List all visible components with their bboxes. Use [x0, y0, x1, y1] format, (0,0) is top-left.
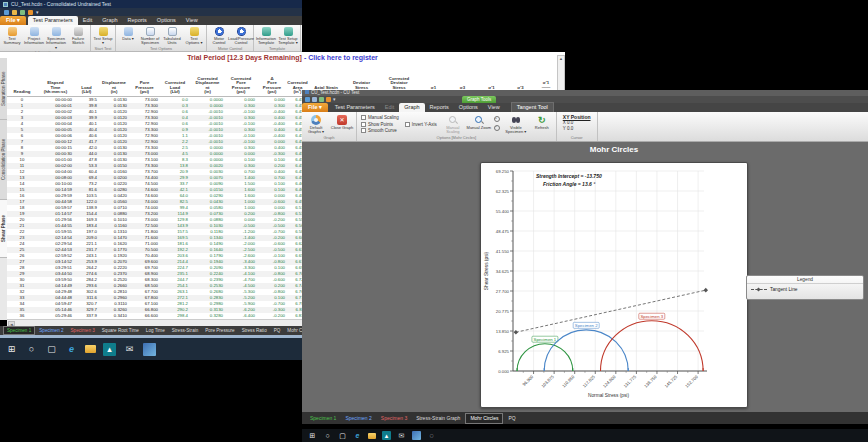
open-icon[interactable]	[12, 10, 17, 15]
window2-title: CU_Test.hcdn - CU Test	[311, 90, 359, 95]
tab-view[interactable]: View	[483, 103, 505, 112]
bottom-tab-specimen-3[interactable]: Specimen 3	[68, 327, 98, 334]
test-options-icon	[190, 27, 199, 36]
project-information-button[interactable]: Project Information	[23, 26, 45, 50]
window1-title: CU_Test.hcdn - Consolidated Undrained Te…	[11, 1, 111, 7]
tab-options[interactable]: Options	[454, 103, 483, 112]
taskbar-task-view-button[interactable]: ▢	[338, 431, 347, 440]
taskbar-start-button[interactable]: ⊞	[308, 431, 317, 440]
checkbox-smooth-curve[interactable]: Smooth Curve	[361, 128, 399, 133]
export-icon[interactable]	[319, 97, 324, 102]
test-summary-button[interactable]: Test Summary	[1, 26, 23, 50]
default-graphs-button[interactable]: Default Graphs ▾	[303, 113, 329, 135]
register-link[interactable]: - Click here to register	[304, 54, 378, 61]
test-setup-template-button[interactable]: Test Setup Template ▾	[277, 26, 299, 46]
bottom-tab-pore-pressure[interactable]: Pore Pressure	[202, 327, 237, 334]
checkbox-label: Show Points	[368, 122, 393, 127]
group-label-options: Options [Mohr Circles]	[358, 135, 555, 141]
failure-sketch-button[interactable]: Failure Sketch	[67, 26, 89, 50]
taskbar-task-view-button[interactable]: ▢	[45, 343, 58, 356]
column-header-corrected-displaceme-nt-in: Corrected Displaceme nt (in)	[190, 64, 225, 96]
qat-dropdown-icon[interactable]: ▾	[333, 97, 336, 102]
star-icon[interactable]	[326, 97, 331, 102]
bottom-tab-pq[interactable]: PQ	[504, 414, 519, 423]
motor-control-button[interactable]: Motor Control	[208, 26, 230, 46]
visible-specimen-button[interactable]: Visible Specimen ▾	[503, 113, 529, 135]
side-tab-consolidation-phase[interactable]: Consolidation Phase	[0, 120, 7, 200]
taskbar-photos-button[interactable]	[412, 431, 421, 440]
bottom-tab-pq[interactable]: PQ	[271, 327, 284, 334]
print-icon[interactable]	[312, 97, 317, 102]
side-tab-shear-phase[interactable]: Shear Phase	[0, 200, 7, 258]
bottom-tab-specimen-2[interactable]: Specimen 2	[341, 414, 375, 423]
tab-edit[interactable]: Edit	[380, 103, 399, 112]
file-button[interactable]: File ▾	[302, 103, 328, 112]
number-of-specimen-button[interactable]: Number of Specimen	[139, 26, 161, 46]
test-setup-button[interactable]: Test Setup ▾	[92, 26, 114, 46]
bottom-tab-specimen-1[interactable]: Specimen 1	[3, 326, 35, 335]
window1-titlebar[interactable]: CU_Test.hcdn - Consolidated Undrained Te…	[0, 0, 302, 8]
legend-box[interactable]: Legend Tangent Line	[746, 275, 864, 300]
quick-access-toolbar: ▾	[0, 8, 302, 16]
tab-graph[interactable]: Graph	[399, 103, 424, 112]
taskbar-store-button[interactable]: ▴	[103, 343, 116, 356]
tab-options[interactable]: Options	[152, 16, 181, 25]
bottom-tab-specimen-2[interactable]: Specimen 2	[36, 327, 66, 334]
horizontal-scrollbar[interactable]: ◄	[7, 319, 302, 326]
checkbox-manual-scaling[interactable]: Manual Scaling	[361, 115, 399, 120]
taskbar-photos-button[interactable]	[143, 343, 156, 356]
bottom-tab-specimen-1[interactable]: Specimen 1	[306, 414, 340, 423]
star-icon[interactable]	[28, 10, 33, 15]
taskbar-file-explorer-button[interactable]	[85, 345, 96, 353]
side-tab-saturation-phase[interactable]: Saturation Phase	[0, 58, 7, 120]
data-button[interactable]: Data ▾	[117, 26, 139, 46]
bottom-tab-log-time[interactable]: Log Time	[143, 327, 168, 334]
taskbar-edge-button[interactable]: e	[65, 343, 78, 356]
refresh-button[interactable]: ↻Refresh	[529, 113, 555, 135]
zoom-in-icon[interactable]	[494, 116, 501, 123]
save-icon[interactable]	[4, 10, 9, 15]
group-label-template: Template	[255, 46, 299, 52]
tab-edit[interactable]: Edit	[78, 16, 97, 25]
tab-reports[interactable]: Reports	[425, 103, 454, 112]
qat-dropdown-icon[interactable]: ▾	[36, 10, 39, 15]
save-icon[interactable]	[305, 97, 310, 102]
taskbar-start-button[interactable]: ⊞	[5, 343, 18, 356]
checkbox-invert-y-axis[interactable]: Invert Y-Axis	[405, 122, 437, 127]
print-icon[interactable]	[20, 10, 25, 15]
vertical-scrollbar[interactable]: ▲	[557, 55, 565, 95]
tab-graph[interactable]: Graph	[97, 16, 122, 25]
file-button[interactable]: File ▾	[0, 16, 26, 25]
tab-view[interactable]: View	[181, 16, 203, 25]
bottom-tab-square-root-time[interactable]: Square Root Time	[99, 327, 142, 334]
taskbar-search-button[interactable]: ○	[25, 343, 38, 356]
bottom-tab-specimen-3[interactable]: Specimen 3	[377, 414, 411, 423]
taskbar-edge-button[interactable]: e	[353, 431, 362, 440]
tab-tangent-tool[interactable]: Tangent Tool	[511, 102, 554, 112]
group-label-graph: Graph	[303, 135, 355, 141]
tabulated-units-button[interactable]: Tabulated Units	[161, 26, 183, 46]
close-graph-button[interactable]: ✕Close Graph	[329, 113, 355, 135]
information-template-button[interactable]: Information Template	[255, 26, 277, 46]
trial-banner[interactable]: Trial Period [12.3 Days Remaining] - Cli…	[0, 52, 565, 64]
taskbar-store-button[interactable]: ▴	[382, 431, 391, 440]
taskbar-mail-button[interactable]: ✉	[123, 343, 136, 356]
test-options-button[interactable]: Test Options ▾	[183, 26, 205, 46]
bottom-tab-stress-strain-graph[interactable]: Stress-Strain Graph	[412, 414, 464, 423]
specimen-information-button[interactable]: Specimen Information ▾	[45, 26, 67, 50]
taskbar-settings-button[interactable]: ◌	[427, 431, 436, 440]
manual-zoom-button[interactable]: Manual Zoom	[466, 113, 492, 135]
scroll-left-icon[interactable]: ◄	[8, 321, 15, 326]
bottom-tab-stress-strain[interactable]: Stress-Strain	[169, 327, 202, 334]
taskbar-search-button[interactable]: ○	[323, 431, 332, 440]
zoom-out-icon[interactable]	[494, 125, 501, 132]
tab-reports[interactable]: Reports	[123, 16, 152, 25]
tab-test-parameters[interactable]: Test Parameters	[28, 16, 78, 25]
load-pressure-control-button[interactable]: Load/Pressure Control	[230, 26, 252, 46]
checkbox-show-points[interactable]: Show Points	[361, 122, 399, 127]
tab-test-parameters[interactable]: Test Parameters	[330, 103, 380, 112]
taskbar-file-explorer-button[interactable]	[368, 433, 376, 439]
taskbar-mail-button[interactable]: ✉	[397, 431, 406, 440]
bottom-tab-stress-ratio[interactable]: Stress Ratio	[239, 327, 270, 334]
bottom-tab-mohr-circles[interactable]: Mohr Circles	[465, 413, 503, 424]
